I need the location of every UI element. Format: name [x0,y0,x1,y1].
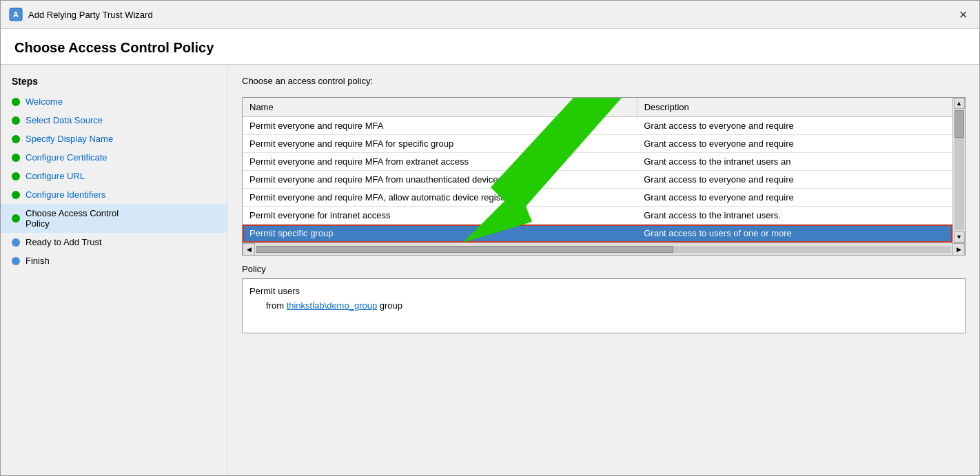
scroll-up-arrow[interactable]: ▲ [954,98,965,109]
col-header-name: Name [243,98,637,117]
policy-box: Permit users from thinkstlab\demo_group … [242,278,966,333]
sidebar-item-choose-access-control[interactable]: Choose Access ControlPolicy [1,204,227,233]
page-title: Choose Access Control Policy [14,40,966,56]
table-cell-desc: Grant access to everyone and require [637,117,952,135]
dot-icon [12,214,20,223]
table-cell-name: Permit everyone and require MFA for spec… [243,135,637,153]
svg-text:A: A [13,10,19,19]
scroll-down-arrow[interactable]: ▼ [954,231,965,242]
table-scroll-area: Name Description Permit everyone and req… [243,98,952,242]
table-row[interactable]: Permit everyone and require MFA for spec… [243,135,952,153]
table-cell-desc: Grant access to everyone and require [637,135,952,153]
sidebar-item-configure-certificate[interactable]: Configure Certificate [1,148,227,167]
policy-group-suffix: group [377,300,402,311]
sidebar: Steps Welcome Select Data Source Specify… [1,65,228,475]
scroll-left-arrow[interactable]: ◀ [243,243,255,256]
sidebar-item-label: Specify Display Name [25,134,113,144]
scroll-thumb[interactable] [955,110,964,138]
sidebar-item-label: Configure Identifiers [25,189,105,200]
title-bar-left: A Add Relying Party Trust Wizard [9,8,153,21]
table-cell-name: Permit everyone and require MFA, allow a… [243,189,637,207]
table-row[interactable]: Permit everyone for intranet accessGrant… [243,207,952,225]
scroll-track [955,110,964,230]
table-row[interactable]: Permit everyone and require MFAGrant acc… [243,117,952,135]
horizontal-scrollbar[interactable]: ◀ ▶ [243,242,965,255]
main-panel: Choose an access control policy: [228,65,979,475]
table-row[interactable]: Permit everyone and require MFA from ext… [243,153,952,171]
sidebar-item-label: Configure Certificate [25,152,108,163]
page-header: Choose Access Control Policy [1,29,979,65]
table-cell-desc: Grant access to everyone and require [637,189,952,207]
policy-group-link[interactable]: thinkstlab\demo_group [287,300,378,311]
table-row[interactable]: Permit everyone and require MFA, allow a… [243,189,952,207]
close-button[interactable]: ✕ [955,6,971,23]
dot-icon [12,154,20,162]
sidebar-item-select-data-source[interactable]: Select Data Source [1,111,227,130]
content-area: Steps Welcome Select Data Source Specify… [1,65,979,475]
sidebar-item-label: Finish [25,256,50,266]
policy-label: Policy [242,264,966,274]
policy-table: Name Description Permit everyone and req… [243,98,952,242]
sidebar-item-label: Select Data Source [25,115,103,125]
policy-line2: from thinkstlab\demo_group group [249,299,958,313]
section-label: Choose an access control policy: [242,76,966,86]
h-scroll-thumb[interactable] [256,246,673,253]
dot-icon [12,98,20,106]
sidebar-item-label: Choose Access ControlPolicy [25,208,119,229]
title-bar: A Add Relying Party Trust Wizard ✕ [1,1,979,29]
sidebar-heading: Steps [1,76,227,92]
policy-line1: Permit users [249,284,958,299]
scroll-right-arrow[interactable]: ▶ [952,243,965,256]
table-row[interactable]: Permit specific groupGrant access to use… [243,225,952,242]
policy-section: Policy Permit users from thinkstlab\demo… [242,264,966,464]
sidebar-item-specify-display-name[interactable]: Specify Display Name [1,130,227,148]
h-scroll-track [256,246,951,253]
sidebar-item-configure-url[interactable]: Configure URL [1,167,227,185]
table-with-scrollbar: Name Description Permit everyone and req… [243,98,965,242]
sidebar-item-configure-identifiers[interactable]: Configure Identifiers [1,185,227,204]
table-row[interactable]: Permit everyone and require MFA from una… [243,171,952,189]
app-icon: A [9,8,23,21]
table-cell-desc: Grant access to users of one or more [637,225,952,242]
vertical-scrollbar[interactable]: ▲ ▼ [952,98,965,242]
col-header-desc: Description [637,98,952,117]
sidebar-item-label: Configure URL [25,171,85,181]
sidebar-item-finish[interactable]: Finish [1,251,227,270]
table-cell-name: Permit everyone and require MFA [243,117,637,135]
dot-icon [12,191,20,199]
table-cell-name: Permit everyone and require MFA from una… [243,171,637,189]
policy-table-container: Name Description Permit everyone and req… [242,97,966,256]
sidebar-item-welcome[interactable]: Welcome [1,92,227,111]
table-cell-name: Permit everyone and require MFA from ext… [243,153,637,171]
main-panel-wrapper: Choose an access control policy: [228,65,979,475]
window-title: Add Relying Party Trust Wizard [28,10,153,20]
dot-icon [12,238,20,247]
sidebar-item-label: Ready to Add Trust [25,237,102,247]
main-window: A Add Relying Party Trust Wizard ✕ Choos… [0,0,980,476]
table-cell-desc: Grant access to the intranet users. [637,207,952,225]
dot-icon [12,116,20,125]
policy-from-prefix: from [266,300,287,311]
sidebar-item-ready-to-add-trust[interactable]: Ready to Add Trust [1,233,227,251]
dot-icon [12,135,20,143]
table-cell-name: Permit everyone for intranet access [243,207,637,225]
table-cell-desc: Grant access to everyone and require [637,171,952,189]
dot-icon [12,172,20,180]
sidebar-item-label: Welcome [25,96,63,107]
table-cell-name: Permit specific group [243,225,637,242]
table-cell-desc: Grant access to the intranet users an [637,153,952,171]
dot-icon [12,257,20,265]
